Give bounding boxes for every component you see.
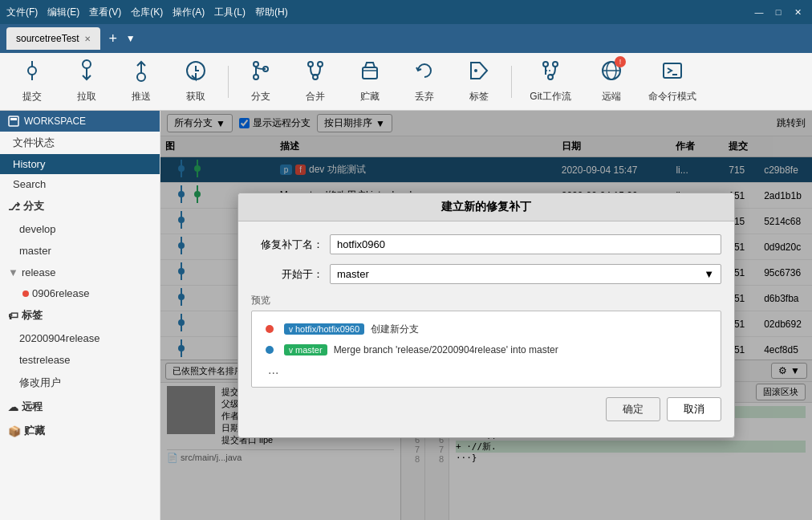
remote-button[interactable]: ! 远端 bbox=[586, 58, 637, 106]
commit-label: 提交 bbox=[22, 90, 42, 104]
patch-modal: 建立新的修复补丁 修复补丁名： 开始于： master ▼ 预览 bbox=[238, 193, 735, 438]
select-dropdown-icon: ▼ bbox=[704, 268, 714, 280]
commit-icon bbox=[21, 59, 43, 87]
menu-view[interactable]: 查看(V) bbox=[89, 6, 121, 19]
fetch-button[interactable]: 获取 bbox=[170, 58, 221, 106]
master-branch-badge: v master bbox=[284, 344, 327, 355]
confirm-button[interactable]: 确定 bbox=[606, 397, 660, 421]
commit-button[interactable]: 提交 bbox=[6, 58, 58, 106]
main-layout: WORKSPACE 文件状态 History Search ⎇ 分支 devel… bbox=[0, 111, 812, 520]
tag3-label: 修改用户 bbox=[19, 376, 61, 388]
branch-button[interactable]: 分支 bbox=[235, 58, 286, 106]
stash-button[interactable]: 贮藏 bbox=[344, 58, 396, 106]
preview-section-label: 预览 bbox=[251, 294, 721, 307]
push-label: 推送 bbox=[132, 90, 151, 104]
title-bar: 文件(F) 编辑(E) 查看(V) 仓库(K) 操作(A) 工具(L) 帮助(H… bbox=[0, 0, 812, 24]
remote-label: 远端 bbox=[602, 90, 621, 104]
discard-button[interactable]: 丢弃 bbox=[399, 58, 450, 106]
sidebar-item-0906release[interactable]: 0906release bbox=[0, 283, 160, 303]
menu-help[interactable]: 帮助(H) bbox=[255, 6, 288, 19]
new-tab-button[interactable]: + bbox=[104, 29, 123, 48]
title-bar-left: 文件(F) 编辑(E) 查看(V) 仓库(K) 操作(A) 工具(L) 帮助(H… bbox=[6, 6, 288, 19]
patch-name-input[interactable] bbox=[330, 234, 721, 254]
remote-icon: ! bbox=[600, 59, 623, 87]
sidebar-item-master[interactable]: master bbox=[0, 240, 160, 262]
start-from-label: 开始于： bbox=[251, 267, 323, 282]
gitflow-icon bbox=[539, 59, 562, 87]
svg-point-13 bbox=[318, 62, 323, 67]
preview-item-2: v master Merge branch 'release/20200904r… bbox=[262, 342, 711, 358]
sidebar-section-stash[interactable]: 📦 贮藏 bbox=[0, 419, 160, 443]
svg-point-16 bbox=[474, 69, 477, 72]
merge-button[interactable]: 合并 bbox=[290, 58, 341, 106]
menu-file[interactable]: 文件(F) bbox=[6, 6, 38, 19]
svg-point-3 bbox=[83, 60, 91, 68]
svg-point-5 bbox=[137, 73, 145, 81]
separator-1 bbox=[228, 66, 229, 98]
sidebar-item-history[interactable]: History bbox=[0, 154, 160, 174]
branches-label: 分支 bbox=[23, 199, 44, 213]
fetch-icon bbox=[185, 59, 207, 87]
stash-label: 贮藏 bbox=[360, 90, 380, 104]
menu-tools[interactable]: 工具(L) bbox=[214, 6, 246, 19]
active-branch-dot bbox=[22, 290, 29, 297]
preview-dots: ... bbox=[262, 363, 711, 377]
merge-icon bbox=[304, 59, 327, 87]
tag-button[interactable]: 标签 bbox=[453, 58, 505, 106]
separator-2 bbox=[511, 66, 512, 98]
sidebar-section-tags[interactable]: 🏷 标签 bbox=[0, 303, 160, 327]
preview-section: v hotfix/hotfix0960 创建新分支 v bbox=[251, 311, 721, 388]
tab-close-icon[interactable]: ✕ bbox=[84, 35, 91, 43]
sidebar-item-file-status[interactable]: 文件状态 bbox=[0, 132, 160, 154]
gitflow-button[interactable]: Git工作流 bbox=[518, 58, 583, 106]
svg-point-8 bbox=[254, 62, 258, 67]
minimize-button[interactable]: — bbox=[751, 4, 767, 20]
tab-dropdown-button[interactable]: ▼ bbox=[126, 33, 136, 44]
close-button[interactable]: ✕ bbox=[790, 4, 806, 20]
sidebar-section-remote[interactable]: ☁ 远程 bbox=[0, 395, 160, 419]
release-active-label: 0906release bbox=[32, 287, 90, 299]
tag-label: 标签 bbox=[469, 90, 489, 104]
merge-label: 合并 bbox=[306, 90, 325, 104]
tab-label: sourcetreeTest bbox=[16, 33, 79, 44]
terminal-icon bbox=[661, 59, 684, 87]
svg-point-12 bbox=[308, 62, 313, 67]
develop-label: develop bbox=[19, 223, 56, 235]
svg-rect-28 bbox=[10, 118, 17, 120]
svg-point-9 bbox=[254, 75, 258, 79]
start-from-row: 开始于： master ▼ bbox=[251, 264, 721, 284]
svg-rect-15 bbox=[363, 67, 377, 79]
menu-edit[interactable]: 编辑(E) bbox=[47, 6, 79, 19]
svg-point-55 bbox=[266, 325, 274, 333]
modal-footer: 确定 取消 bbox=[251, 397, 721, 425]
cancel-button[interactable]: 取消 bbox=[667, 397, 721, 421]
maximize-button[interactable]: □ bbox=[770, 4, 786, 20]
sidebar-item-search[interactable]: Search bbox=[0, 174, 160, 194]
workspace-label: WORKSPACE bbox=[24, 116, 86, 127]
push-button[interactable]: 推送 bbox=[116, 58, 167, 106]
menu-repo[interactable]: 仓库(K) bbox=[131, 6, 163, 19]
tags-label: 标签 bbox=[22, 308, 43, 323]
svg-point-56 bbox=[266, 346, 274, 354]
sidebar-item-tag-3[interactable]: 修改用户 bbox=[0, 371, 160, 395]
master-label: master bbox=[19, 245, 51, 257]
terminal-button[interactable]: 命令行模式 bbox=[640, 58, 704, 106]
release-label: release bbox=[22, 266, 56, 278]
stash-icon-sidebar: 📦 bbox=[8, 425, 21, 437]
branch-label: 分支 bbox=[251, 90, 270, 104]
tab-sourcetree-test[interactable]: sourcetreeTest ✕ bbox=[6, 27, 100, 50]
sidebar-item-tag-2[interactable]: testrelease bbox=[0, 349, 160, 371]
pull-button[interactable]: 拉取 bbox=[61, 58, 112, 106]
menu-action[interactable]: 操作(A) bbox=[173, 6, 205, 19]
preview-action-2: Merge branch 'release/20200904release' i… bbox=[334, 344, 558, 355]
hotfix-branch-badge: v hotfix/hotfix0960 bbox=[284, 323, 364, 335]
sidebar-section-release[interactable]: ▼ release bbox=[0, 262, 160, 283]
tag2-label: testrelease bbox=[19, 354, 71, 366]
sidebar-item-tag-1[interactable]: 20200904release bbox=[0, 327, 160, 349]
content-area: 所有分支 ▼ 显示远程分支 按日期排序 ▼ 跳转到 图 描述 bbox=[160, 111, 812, 520]
sidebar-section-branches[interactable]: ⎇ 分支 bbox=[0, 194, 160, 218]
start-from-select[interactable]: master ▼ bbox=[330, 264, 721, 284]
pull-label: 拉取 bbox=[77, 90, 96, 104]
stash-icon bbox=[359, 59, 381, 87]
sidebar-item-develop[interactable]: develop bbox=[0, 218, 160, 240]
